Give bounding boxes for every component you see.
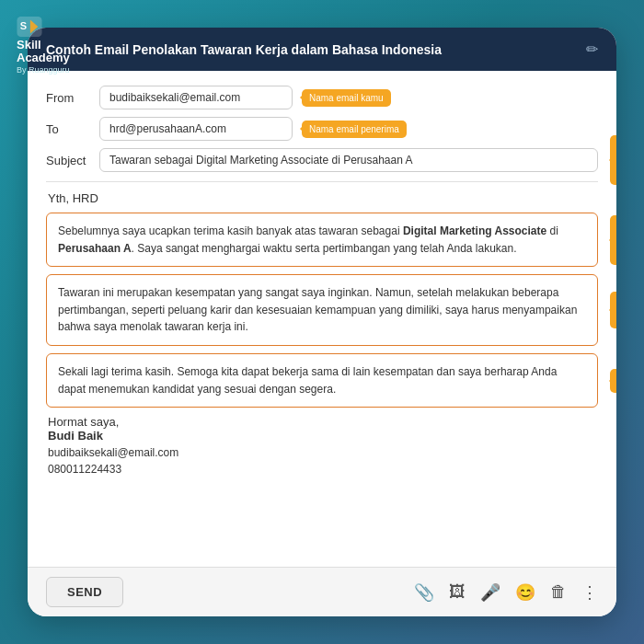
logo-text: Skill Academy <box>17 39 70 65</box>
title-bar: Contoh Email Penolakan Tawaran Kerja dal… <box>28 28 616 71</box>
email-contact: budibaiksekali@email.com <box>48 446 598 459</box>
svg-text:S: S <box>20 20 27 31</box>
logo: S Skill Academy By Ruangguru <box>17 17 70 75</box>
toolbar-icons: 📎 🖼 🎤 😊 🗑 ⋮ <box>414 582 598 603</box>
divider <box>46 181 598 182</box>
mic-icon[interactable]: 🎤 <box>480 582 500 603</box>
phone-contact: 080011224433 <box>48 463 598 476</box>
salutation: Yth, HRD <box>46 191 598 205</box>
from-tooltip: Nama email kamu <box>302 89 391 107</box>
from-input[interactable] <box>99 86 293 109</box>
subject-row: Subject Subject yang harus sesuai dengan… <box>46 148 598 172</box>
closing-name: Budi Baik <box>48 429 598 443</box>
email-form: From Nama email kamu To Nama email pener… <box>28 71 616 567</box>
para3-section: Sekali lagi terima kasih. Semoga kita da… <box>46 353 598 408</box>
subject-label: Subject <box>46 154 99 167</box>
emoji-icon[interactable]: 😊 <box>515 582 535 603</box>
bottom-toolbar: SEND 📎 🖼 🎤 😊 🗑 ⋮ <box>28 567 616 616</box>
closing: Hormat saya, Budi Baik budibaiksekali@em… <box>46 415 598 476</box>
para3-text: Sekali lagi terima kasih. Semoga kita da… <box>46 353 598 408</box>
title-text: Contoh Email Penolakan Tawaran Kerja dal… <box>46 42 442 57</box>
more-icon[interactable]: ⋮ <box>581 582 598 603</box>
to-row: To Nama email penerima <box>46 117 598 141</box>
email-body: Sebelumnya saya ucapkan terima kasih ban… <box>46 213 598 408</box>
attachment-icon[interactable]: 📎 <box>414 582 434 603</box>
image-icon[interactable]: 🖼 <box>449 582 466 602</box>
to-tooltip: Nama email penerima <box>302 121 407 138</box>
subject-tooltip: Subject yang harus sesuai dengan tujuan … <box>610 135 616 185</box>
logo-icon: S <box>17 17 42 37</box>
to-input[interactable] <box>99 117 293 141</box>
para2-label: Alasan penolakan yang jelas <box>610 292 616 328</box>
para3-label: Kalimat penutup <box>610 369 616 393</box>
to-label: To <box>46 122 99 136</box>
from-row: From Nama email kamu <box>46 86 598 109</box>
main-card: Contoh Email Penolakan Tawaran Kerja dal… <box>28 28 616 616</box>
delete-icon[interactable]: 🗑 <box>550 582 567 602</box>
para2-section: Tawaran ini merupakan kesempatan yang sa… <box>46 274 598 346</box>
from-label: From <box>46 91 99 105</box>
logo-sub: By Ruangguru <box>17 65 70 75</box>
para1-text: Sebelumnya saya ucapkan terima kasih ban… <box>46 213 598 267</box>
subject-input[interactable] <box>99 148 598 172</box>
send-button[interactable]: SEND <box>46 577 123 607</box>
para2-text: Tawaran ini merupakan kesempatan yang sa… <box>46 274 598 346</box>
para1-label: Kalimat pembuka dan ucapan terima kasih … <box>610 215 616 265</box>
edit-icon[interactable]: ✏ <box>586 40 598 58</box>
para1-section: Sebelumnya saya ucapkan terima kasih ban… <box>46 213 598 267</box>
closing-line1: Hormat saya, <box>48 415 598 429</box>
